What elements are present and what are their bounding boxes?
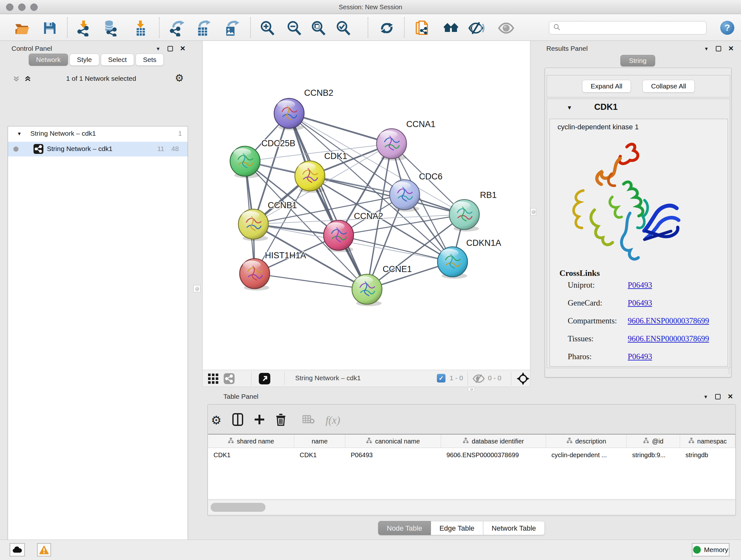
network-edge-CCNA2-CDKN1A[interactable]: [339, 235, 453, 262]
zoom-fit-icon[interactable]: [310, 20, 327, 37]
crosslink-row: Uniprot:P06493: [550, 281, 728, 292]
table-hscrollbar-thumb[interactable]: [211, 503, 266, 512]
cloud-status-button[interactable]: [10, 543, 25, 557]
tab-sets[interactable]: Sets: [136, 54, 164, 66]
panel-close-icon[interactable]: ✕: [728, 393, 733, 400]
import-table-icon[interactable]: [132, 20, 149, 37]
control-panel-title: Control Panel: [11, 45, 52, 52]
panel-float-icon[interactable]: [167, 46, 173, 51]
birdseye-navigator-icon[interactable]: [517, 372, 529, 386]
network-node-CDK1[interactable]: [295, 161, 325, 193]
table-cell[interactable]: CDK1: [208, 448, 294, 462]
panel-menu-icon[interactable]: ▼: [156, 46, 160, 51]
tab-style[interactable]: Style: [70, 54, 99, 66]
column-header-namespac[interactable]: namespac: [680, 435, 735, 448]
crosslink-link[interactable]: 9606.ENSP00000378699: [628, 334, 709, 343]
network-node-CDC6[interactable]: [390, 180, 420, 212]
home-icon[interactable]: [443, 20, 460, 37]
tab-select[interactable]: Select: [101, 54, 134, 66]
share-document-icon[interactable]: [414, 20, 431, 37]
network-thumbnail-icon[interactable]: [224, 373, 234, 385]
selected-nodes-checkbox[interactable]: ✓: [437, 374, 446, 382]
save-session-icon[interactable]: [42, 20, 58, 37]
column-header-canonical-name[interactable]: canonical name: [345, 435, 441, 448]
open-session-icon[interactable]: [13, 20, 30, 37]
tree-collapse-icon[interactable]: ▼: [17, 131, 22, 136]
column-header--id[interactable]: @id: [627, 435, 680, 448]
memory-button[interactable]: Memory: [692, 543, 730, 557]
table-settings-gear-icon[interactable]: ⚙: [211, 414, 221, 427]
panel-menu-icon[interactable]: ▼: [704, 46, 709, 51]
delete-table-icon[interactable]: [302, 415, 315, 426]
network-node-CCNE1[interactable]: [352, 274, 382, 306]
network-edge-CCNE1-HIST1H1A[interactable]: [255, 273, 367, 289]
table-tab-node-table[interactable]: Node Table: [378, 521, 431, 535]
network-node-CCNB1[interactable]: [239, 209, 268, 241]
network-node-CCNA1[interactable]: [377, 129, 407, 161]
entry-collapse-icon[interactable]: ▼: [567, 105, 572, 111]
table-tab-edge-table[interactable]: Edge Table: [431, 521, 483, 535]
hidden-eye-icon[interactable]: [473, 374, 485, 385]
results-tab-string[interactable]: String: [620, 55, 655, 66]
zoom-out-icon[interactable]: [286, 20, 302, 37]
delete-column-icon[interactable]: [276, 413, 286, 427]
network-graph[interactable]: CCNB2CCNA1CDC25BCDK1CDC6RB1CCNB1CCNA2CDK…: [203, 41, 531, 370]
gene-entry-header[interactable]: ▼ CDK1: [547, 99, 730, 118]
table-cell[interactable]: stringdb:9...: [627, 448, 680, 462]
node-label-CDC6: CDC6: [419, 172, 443, 181]
collapse-all-button[interactable]: Collapse All: [643, 80, 695, 92]
panel-menu-icon[interactable]: ▼: [703, 394, 708, 399]
table-cell[interactable]: 9606.ENSP00000378699: [441, 448, 546, 462]
column-header-shared-name[interactable]: shared name: [208, 435, 294, 448]
network-node-RB1[interactable]: [449, 199, 479, 232]
string-results-container: Expand All Collapse All ▼ CDK1 cyclin-de…: [545, 68, 731, 377]
export-table-icon[interactable]: [195, 20, 211, 37]
show-columns-icon[interactable]: [232, 413, 243, 427]
import-network-icon[interactable]: [75, 20, 92, 37]
panel-float-icon[interactable]: [716, 46, 721, 51]
column-header-description[interactable]: description: [546, 435, 627, 448]
open-in-window-icon[interactable]: [259, 373, 270, 386]
panel-close-icon[interactable]: ✕: [728, 45, 734, 52]
network-node-CDKN1A[interactable]: [437, 247, 468, 279]
column-header-name[interactable]: name: [294, 435, 345, 448]
table-cell[interactable]: cyclin-dependent ...: [546, 448, 627, 462]
crosslink-link[interactable]: P06493: [628, 299, 652, 307]
network-row-selected[interactable]: String Network – cdk1 11 48: [8, 142, 188, 157]
hide-graphics-icon[interactable]: [468, 20, 485, 37]
network-edge-CCNB2-CCNE1[interactable]: [289, 113, 367, 289]
network-options-gear-icon[interactable]: ⚙: [175, 72, 184, 84]
network-node-CCNA2[interactable]: [324, 220, 354, 252]
refresh-icon[interactable]: [379, 20, 395, 37]
zoom-selected-icon[interactable]: [335, 20, 352, 37]
column-header-database-identifier[interactable]: database identifier: [441, 435, 546, 448]
import-network-database-icon[interactable]: [102, 20, 119, 37]
crosslink-link[interactable]: P06493: [628, 352, 652, 361]
zoom-in-icon[interactable]: [259, 20, 276, 37]
crosslink-link[interactable]: 9606.ENSP00000378699: [628, 316, 709, 325]
add-column-icon[interactable]: [254, 414, 265, 426]
table-cell[interactable]: CDK1: [294, 448, 345, 462]
table-tab-network-table[interactable]: Network Table: [483, 521, 545, 535]
export-image-icon[interactable]: [223, 20, 239, 37]
search-input[interactable]: [564, 22, 706, 34]
crosslink-link[interactable]: P06493: [628, 281, 652, 290]
panel-float-icon[interactable]: [715, 394, 721, 399]
panel-close-icon[interactable]: ✕: [180, 45, 186, 52]
network-node-HIST1H1A[interactable]: [240, 259, 270, 291]
function-builder-icon[interactable]: f(x): [326, 415, 340, 426]
table-cell[interactable]: P06493: [345, 448, 441, 462]
help-icon[interactable]: ?: [720, 21, 734, 35]
vertical-splitter-handle[interactable]: [193, 285, 200, 292]
tab-network[interactable]: Network: [29, 54, 68, 66]
network-node-CDC25B[interactable]: [230, 146, 260, 178]
network-canvas[interactable]: CCNB2CCNA1CDC25BCDK1CDC6RB1CCNB1CCNA2CDK…: [202, 41, 530, 370]
grid-view-icon[interactable]: [208, 373, 219, 385]
table-cell[interactable]: stringdb: [680, 448, 735, 462]
export-network-icon[interactable]: [169, 20, 185, 37]
network-edge-CCNB2-CCNA1[interactable]: [289, 113, 392, 144]
show-details-icon[interactable]: [498, 20, 515, 37]
expand-all-button[interactable]: Expand All: [582, 80, 631, 92]
network-collection-row[interactable]: ▼ String Network – cdk1 1: [8, 129, 188, 140]
warning-status-button[interactable]: [37, 543, 51, 557]
